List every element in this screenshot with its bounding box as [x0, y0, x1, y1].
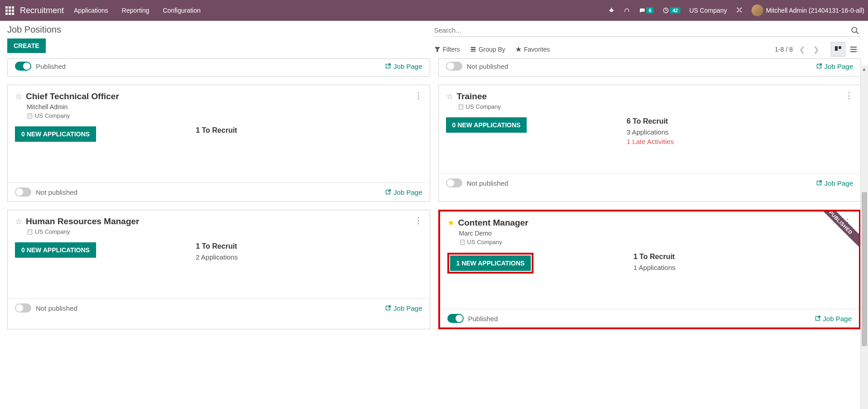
job-card[interactable]: PUBLISHED ★ Content Manager ⋮ Marc Demo …	[438, 210, 861, 329]
debug-tools-icon[interactable]	[736, 7, 742, 14]
to-recruit[interactable]: 1 To Recruit	[196, 126, 422, 135]
job-page-link[interactable]: Job Page	[816, 179, 853, 187]
publish-toggle[interactable]	[447, 314, 464, 323]
favorites-menu[interactable]: Favorites	[515, 46, 550, 53]
scrollbar-thumb[interactable]	[862, 192, 867, 337]
late-activities[interactable]: 1 Late Activities	[626, 138, 853, 145]
card-subtitle: Marc Demo	[440, 228, 859, 237]
app-brand[interactable]: Recruitment	[20, 6, 64, 15]
to-recruit[interactable]: 1 To Recruit	[196, 242, 422, 250]
publish-toggle[interactable]	[15, 62, 31, 71]
svg-rect-19	[839, 46, 841, 49]
svg-rect-48	[460, 240, 464, 245]
job-page-link[interactable]: Job Page	[816, 63, 853, 70]
svg-line-14	[856, 32, 858, 34]
job-card[interactable]: ☆ Human Resources Manager ⋮ US Company 0…	[7, 210, 430, 329]
messages-icon[interactable]: 6	[639, 7, 654, 14]
job-card[interactable]: ☆ Chief Technical Officer ⋮ Mitchell Adm…	[7, 85, 430, 202]
card-company: US Company	[439, 101, 861, 110]
svg-rect-16	[470, 49, 475, 50]
kanban-view-button[interactable]	[831, 42, 845, 57]
nav-reporting[interactable]: Reporting	[122, 7, 150, 14]
to-recruit[interactable]: 1 To Recruit	[633, 253, 852, 261]
company-switcher[interactable]: US Company	[689, 7, 727, 14]
card-company: US Company	[8, 226, 430, 235]
job-page-link[interactable]: Job Page	[385, 63, 422, 70]
star-icon[interactable]: ☆	[15, 91, 22, 101]
job-card[interactable]: ☆ Trainee ⋮ US Company 0 NEW APPLICATION…	[438, 85, 861, 202]
scrollbar-up-icon[interactable]: ▲	[860, 65, 868, 73]
svg-rect-17	[470, 51, 475, 52]
card-title: Trainee	[457, 91, 487, 101]
star-icon[interactable]: ★	[447, 218, 455, 228]
pager-prev[interactable]: ❮	[797, 44, 807, 55]
to-recruit[interactable]: 6 To Recruit	[626, 117, 853, 125]
new-applications-button[interactable]: 0 NEW APPLICATIONS	[15, 126, 96, 142]
avatar	[752, 5, 763, 16]
activities-icon[interactable]: 42	[663, 7, 680, 14]
pager-text[interactable]: 1-8 / 8	[775, 46, 793, 53]
card-title: Human Resources Manager	[26, 217, 139, 226]
card-title: Content Manager	[458, 218, 529, 228]
page-title: Job Positions	[7, 24, 434, 35]
publish-toggle[interactable]	[446, 178, 462, 188]
star-icon[interactable]: ☆	[15, 217, 22, 226]
support-icon[interactable]	[624, 7, 630, 14]
groupby-menu[interactable]: Group By	[470, 46, 505, 53]
star-icon[interactable]: ☆	[446, 91, 453, 101]
user-name: Mitchell Admin (21404131-16-0-all)	[766, 7, 864, 14]
svg-rect-20	[850, 47, 857, 48]
svg-rect-41	[28, 229, 32, 234]
scrollbar[interactable]: ▲	[860, 65, 868, 337]
apps-menu-icon[interactable]	[2, 3, 17, 18]
svg-line-11	[737, 7, 739, 9]
svg-rect-34	[459, 104, 463, 109]
user-menu[interactable]: Mitchell Admin (21404131-16-0-all)	[752, 5, 864, 16]
card-title: Chief Technical Officer	[26, 91, 119, 101]
applications-count[interactable]: 1 Applications	[633, 264, 852, 271]
list-view-button[interactable]	[846, 42, 861, 57]
card-menu-icon[interactable]: ⋮	[414, 217, 422, 225]
svg-rect-27	[28, 113, 32, 118]
svg-line-12	[740, 10, 742, 12]
job-page-link[interactable]: Job Page	[815, 315, 852, 322]
job-page-link[interactable]: Job Page	[385, 304, 422, 312]
search-bar[interactable]	[434, 24, 861, 37]
nav-configuration[interactable]: Configuration	[163, 7, 200, 14]
publish-label: Not published	[467, 63, 509, 70]
svg-rect-15	[470, 47, 475, 48]
search-icon[interactable]	[851, 26, 859, 36]
activities-badge: 42	[670, 7, 680, 14]
pager-next[interactable]: ❯	[811, 44, 821, 55]
publish-label: Not published	[36, 188, 78, 196]
messages-badge: 6	[646, 7, 654, 14]
publish-label: Published	[36, 63, 66, 70]
create-button[interactable]: CREATE	[7, 38, 46, 53]
publish-toggle[interactable]	[15, 303, 31, 313]
svg-rect-21	[850, 49, 857, 50]
search-input[interactable]	[434, 26, 861, 34]
publish-label: Not published	[36, 304, 78, 312]
filters-menu[interactable]: Filters	[434, 46, 460, 53]
new-applications-button[interactable]: 0 NEW APPLICATIONS	[446, 117, 527, 133]
job-card-partial[interactable]: Not published Job Page	[438, 58, 861, 77]
control-panel: Job Positions CREATE Filters Group By Fa…	[0, 21, 868, 58]
svg-rect-22	[850, 51, 857, 52]
nav-applications[interactable]: Applications	[74, 7, 108, 14]
applications-count[interactable]: 3 Applications	[626, 128, 853, 136]
svg-point-0	[610, 9, 613, 12]
card-menu-icon[interactable]: ⋮	[845, 91, 853, 100]
card-menu-icon[interactable]: ⋮	[414, 91, 422, 100]
job-page-link[interactable]: Job Page	[385, 188, 422, 196]
publish-label: Published	[468, 315, 498, 322]
bug-icon[interactable]	[608, 7, 615, 14]
card-subtitle: Mitchell Admin	[8, 101, 430, 111]
svg-point-13	[852, 27, 857, 32]
publish-toggle[interactable]	[446, 62, 462, 71]
publish-toggle[interactable]	[15, 188, 31, 197]
svg-rect-18	[835, 46, 838, 51]
new-applications-button[interactable]: 1 NEW APPLICATIONS	[450, 255, 531, 271]
new-applications-button[interactable]: 0 NEW APPLICATIONS	[15, 242, 96, 258]
applications-count[interactable]: 2 Applications	[196, 253, 422, 261]
job-card-partial[interactable]: Published Job Page	[7, 58, 430, 77]
